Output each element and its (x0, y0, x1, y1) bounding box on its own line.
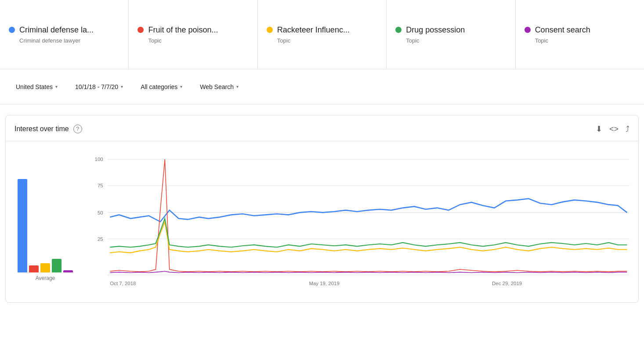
green-line (110, 218, 627, 247)
blue-line (110, 199, 627, 222)
svg-text:25: 25 (98, 236, 103, 242)
category-chevron-icon: ▾ (180, 84, 182, 89)
region-chevron-icon: ▾ (55, 84, 58, 89)
download-icon[interactable]: ⬇ (596, 124, 602, 134)
chart-actions: ⬇ <> ⤴ (596, 124, 630, 134)
term-name-consent-search: Consent search (535, 25, 590, 35)
svg-text:50: 50 (98, 210, 103, 215)
search-type-chevron-icon: ▾ (236, 84, 239, 89)
red-line (110, 159, 627, 272)
date-label: 10/1/18 - 7/7/20 (75, 83, 118, 90)
term-item-consent-search[interactable]: Consent search Topic (516, 0, 644, 69)
avg-bar-drug (52, 259, 62, 272)
dot-racketeer (267, 27, 273, 33)
terms-bar: Criminal defense la... Criminal defense … (0, 0, 644, 69)
chart-svg: 100 75 50 25 Oct 7, 2018 May 19, 2019 De… (85, 150, 634, 293)
term-name-racketeer: Racketeer Influenc... (277, 25, 350, 35)
term-name-criminal-defense: Criminal defense la... (19, 25, 94, 35)
term-sub-consent-search: Topic (525, 37, 635, 44)
svg-text:75: 75 (98, 183, 103, 188)
term-item-criminal-defense[interactable]: Criminal defense la... Criminal defense … (0, 0, 129, 69)
chart-header: Interest over time ? ⬇ <> ⤴ (6, 124, 638, 141)
term-sub-fruit-poison: Topic (137, 37, 248, 44)
embed-icon[interactable]: <> (609, 125, 619, 134)
region-label: United States (16, 83, 53, 90)
search-type-filter[interactable]: Web Search ▾ (191, 79, 247, 95)
search-type-label: Web Search (200, 83, 234, 90)
dot-criminal-defense (9, 27, 15, 33)
term-name-drug-possession: Drug possession (406, 25, 465, 35)
term-sub-criminal-defense: Criminal defense lawyer (9, 37, 119, 44)
chart-body: Average 100 75 50 25 Oct 7, 2018 (6, 146, 638, 298)
share-icon[interactable]: ⤴ (626, 125, 630, 134)
dot-consent-search (525, 27, 531, 33)
category-filter[interactable]: All categories ▾ (132, 79, 191, 95)
dot-drug-possession (395, 27, 402, 33)
date-chevron-icon: ▾ (121, 84, 123, 89)
chart-card: Interest over time ? ⬇ <> ⤴ Ave (5, 115, 639, 303)
region-filter[interactable]: United States ▾ (7, 79, 66, 95)
term-sub-racketeer: Topic (267, 37, 377, 44)
avg-bar-racketeer (40, 263, 50, 272)
avg-bars: Average (6, 150, 85, 293)
term-name-fruit-poison: Fruit of the poison... (148, 25, 218, 35)
svg-text:Oct 7, 2018: Oct 7, 2018 (110, 281, 136, 286)
dot-fruit-poison (137, 27, 144, 33)
svg-text:Dec 29, 2019: Dec 29, 2019 (492, 281, 522, 286)
term-sub-drug-possession: Topic (395, 37, 506, 44)
avg-label: Average (36, 275, 55, 281)
term-item-fruit-poison[interactable]: Fruit of the poison... Topic (129, 0, 257, 69)
term-item-racketeer[interactable]: Racketeer Influenc... Topic (258, 0, 387, 69)
chart-title: Interest over time (14, 125, 69, 133)
svg-text:May 19, 2019: May 19, 2019 (309, 281, 339, 286)
line-chart: 100 75 50 25 Oct 7, 2018 May 19, 2019 De… (85, 150, 634, 293)
avg-bar-consent (63, 270, 73, 272)
bar-group (18, 158, 73, 272)
avg-bar-criminal (18, 179, 27, 272)
yellow-line (110, 222, 627, 253)
date-filter[interactable]: 10/1/18 - 7/7/20 ▾ (66, 79, 132, 95)
category-label: All categories (141, 83, 177, 90)
term-item-drug-possession[interactable]: Drug possession Topic (387, 0, 515, 69)
filter-bar: United States ▾ 10/1/18 - 7/7/20 ▾ All c… (0, 69, 644, 104)
help-icon[interactable]: ? (73, 125, 82, 133)
svg-text:100: 100 (95, 157, 103, 162)
avg-bar-fruit (29, 265, 39, 272)
